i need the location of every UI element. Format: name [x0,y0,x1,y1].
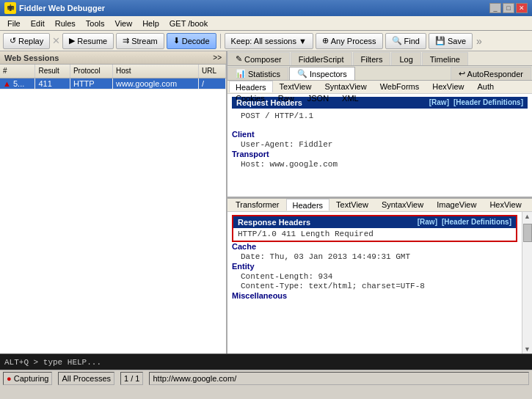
scroll-up-button[interactable]: ▲ [524,213,531,220]
response-header-links: [Raw] [Header Definitions] [418,218,511,227]
right-panel: ✎ Composer FiddlerScript Filters Log Tim… [227,51,532,354]
resp-tab-imageview[interactable]: ImageView [430,199,483,211]
autoresponder-icon: ↩ [459,69,465,78]
title-bar: 🕷 Fiddler Web Debugger _ □ ✕ [0,0,532,16]
req-tab-xml[interactable]: XML [335,92,365,104]
command-bar: ALT+Q > type HELP... [0,354,532,370]
resp-tab-headers[interactable]: Headers [286,199,330,211]
stream-icon: ⇉ [123,36,129,45]
content-type-value: Content-Type: text/html; charset=UTF-8 [232,282,517,290]
tab-log[interactable]: Log [391,52,420,65]
keep-button[interactable]: Keep: All sessions ▼ [225,33,313,49]
request-content: Request Headers [Raw] [Header Definition… [227,94,532,197]
any-process-button[interactable]: ⊕ Any Process [316,33,383,49]
client-label: Client [232,130,528,139]
tab-statistics[interactable]: 📊 Statistics [227,67,288,80]
menu-file[interactable]: File [3,18,25,29]
processes-status[interactable]: All Processes [58,372,114,385]
request-line: POST / HTTP/1.1 [232,111,528,120]
menu-get-book[interactable]: GET /book [165,18,212,29]
scroll-down-button[interactable]: ▼ [524,345,531,353]
menu-edit[interactable]: Edit [26,18,49,29]
resp-tab-hexview[interactable]: HexView [483,199,528,211]
req-tab-json[interactable]: JSON [301,92,335,104]
col-num: # [0,65,35,78]
transport-label: Transport [232,150,528,158]
scroll-thumb[interactable] [523,224,532,242]
resp-tab-textview[interactable]: TextView [329,199,375,211]
tab-timeline[interactable]: Timeline [422,52,468,65]
request-header-bar: Request Headers [Raw] [Header Definition… [232,97,528,109]
menu-help[interactable]: Help [138,18,164,29]
sessions-table-container: # Result Protocol Host URL ▲ 5... 411 [0,65,226,354]
tab-filters[interactable]: Filters [353,52,391,65]
cache-label: Cache [232,242,517,251]
tab-inspectors[interactable]: 🔍 Inspectors [289,67,355,80]
find-button[interactable]: 🔍 Find [385,33,426,49]
stream-button[interactable]: ⇉ Stream [116,33,164,49]
request-header-links: [Raw] [Header Definitions] [429,98,523,107]
resp-tab-transformer[interactable]: Transformer [229,199,286,211]
toolbar-sep1: ✕ [52,35,60,46]
session-host: www.google.com [112,78,198,89]
req-tab-textview[interactable]: TextView [273,81,318,92]
panel-collapse-button[interactable]: >> [213,54,222,62]
save-icon: 💾 [435,36,445,45]
url-status: http://www.google.com/ [149,372,529,385]
resume-button[interactable]: ▶ Resume [62,33,114,49]
decode-button[interactable]: ⬇ Decode [167,33,216,49]
close-button[interactable]: ✕ [516,3,528,13]
tab-autoresponder[interactable]: ↩ AutoResponder [451,67,531,80]
keep-dropdown-icon: ▼ [299,37,307,45]
request-section: Headers TextView SyntaxView WebForms Hex… [227,81,532,199]
tab-composer[interactable]: ✎ Composer [227,52,290,65]
session-protocol: HTTP [70,78,112,89]
session-url: / [199,78,226,89]
sessions-count: 1 / 1 [120,372,143,385]
menu-tools[interactable]: Tools [81,18,109,29]
status-bar: ● Capturing All Processes 1 / 1 http://w… [0,370,532,386]
cmd-prompt[interactable]: ALT+Q > type HELP... [4,358,101,367]
session-num: ▲ 5... [0,78,35,89]
col-host: Host [112,65,198,78]
replay-icon: ↺ [10,36,16,45]
toolbar-separator [220,34,221,48]
req-tab-webforms[interactable]: WebForms [374,81,426,92]
menu-view[interactable]: View [111,18,137,29]
maximize-button[interactable]: □ [503,3,514,13]
req-tab-hexview[interactable]: HexView [426,81,470,92]
tab-fiddlerscript[interactable]: FiddlerScript [291,52,352,65]
req-tab-syntaxview[interactable]: SyntaxView [318,81,373,92]
request-raw-link[interactable]: [Raw] [429,98,449,107]
host-value: Host: www.google.com [232,160,528,169]
content-length-value: Content-Length: 934 [232,272,517,281]
user-agent-value: User-Agent: Fiddler [232,140,528,149]
toolbar-overflow[interactable]: » [476,35,482,47]
window-controls[interactable]: _ □ ✕ [489,3,528,13]
response-section: Transformer Headers TextView SyntaxView … [227,199,532,354]
session-row[interactable]: ▲ 5... 411 HTTP www.google.com / [0,78,226,89]
decode-icon: ⬇ [173,36,180,45]
find-icon: 🔍 [392,36,402,45]
resp-tab-syntaxview[interactable]: SyntaxView [375,199,430,211]
minimize-button[interactable]: _ [489,3,501,13]
misc-label: Miscellaneous [232,291,517,300]
response-header-bar: Response Headers [Raw] [Header Definitio… [233,216,516,228]
response-line: HTTP/1.0 411 Length Required [233,228,516,240]
response-header-defs-link[interactable]: [Header Definitions] [442,218,511,227]
sessions-table: # Result Protocol Host URL ▲ 5... 411 [0,65,226,89]
response-raw-link[interactable]: [Raw] [418,218,437,227]
req-tab-headers[interactable]: Headers [229,81,273,92]
request-header-defs-link[interactable]: [Header Definitions] [453,98,523,107]
response-scrollbar[interactable]: ▲ ▼ [522,212,532,354]
resume-icon: ▶ [69,36,75,45]
request-tab-row: Headers TextView SyntaxView WebForms Hex… [227,81,532,94]
app-title: Fiddler Web Debugger [19,4,105,12]
scroll-track[interactable] [523,220,532,345]
save-button[interactable]: 💾 Save [429,33,473,49]
replay-button[interactable]: ↺ Replay [3,33,50,49]
middle-tab-row: 📊 Statistics 🔍 Inspectors ↩ AutoResponde… [227,66,532,81]
col-result: Result [35,65,70,78]
menu-rules[interactable]: Rules [51,18,80,29]
req-tab-auth[interactable]: Auth [471,81,501,92]
